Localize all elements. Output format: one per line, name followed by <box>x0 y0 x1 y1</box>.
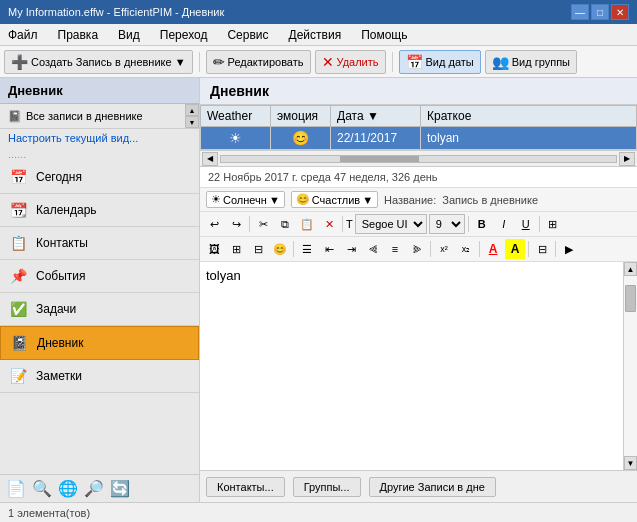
sidebar-item-contacts[interactable]: 📋 Контакты <box>0 227 199 260</box>
subscript-btn[interactable]: x₂ <box>456 239 476 259</box>
sidebar-item-calendar[interactable]: 📆 Календарь <box>0 194 199 227</box>
cell-brief: tolyan <box>421 127 637 150</box>
align-right-btn[interactable]: ⫸ <box>407 239 427 259</box>
col-brief[interactable]: Краткое <box>421 106 637 127</box>
font-size-select[interactable]: 9 <box>429 214 465 234</box>
sidebar-item-diary[interactable]: 📓 Дневник <box>0 326 199 360</box>
sidebar-find-icon[interactable]: 🔎 <box>84 479 104 498</box>
font-name-select[interactable]: Segoe UI <box>355 214 427 234</box>
image-btn[interactable]: 🖼 <box>204 239 224 259</box>
main-toolbar: ➕ Создать Запись в дневнике ▼ ✏ Редактир… <box>0 46 637 78</box>
horizontal-scrollbar[interactable]: ◀ ▶ <box>200 151 637 167</box>
plus-icon: ➕ <box>11 54 28 70</box>
undo-button[interactable]: ↩ <box>204 214 224 234</box>
menu-actions[interactable]: Действия <box>285 26 346 44</box>
editor-scroll-track[interactable] <box>624 276 637 456</box>
redo-button[interactable]: ↪ <box>226 214 246 234</box>
superscript-btn[interactable]: x² <box>434 239 454 259</box>
all-entries-scroll-down[interactable]: ▼ <box>185 116 199 128</box>
create-dropdown-icon[interactable]: ▼ <box>175 56 186 68</box>
emoji-btn[interactable]: 😊 <box>270 239 290 259</box>
configure-view[interactable]: Настроить текущий вид... <box>0 129 199 147</box>
content-header: Дневник <box>200 78 637 105</box>
bg-color-btn[interactable]: A <box>505 239 525 259</box>
diary-icon: 📓 <box>9 333 29 353</box>
underline-button[interactable]: U <box>516 214 536 234</box>
create-entry-label: Создать Запись в дневнике <box>31 56 172 68</box>
group-icon: 👥 <box>492 54 509 70</box>
clear-button[interactable]: ✕ <box>319 214 339 234</box>
sidebar-globe-icon[interactable]: 🌐 <box>58 479 78 498</box>
scroll-track[interactable] <box>220 155 617 163</box>
sidebar-item-notes[interactable]: 📝 Заметки <box>0 360 199 393</box>
indent-btn[interactable]: ⇥ <box>341 239 361 259</box>
groups-button[interactable]: Группы... <box>293 477 361 497</box>
align-center-btn[interactable]: ≡ <box>385 239 405 259</box>
special-btn[interactable]: ⊟ <box>248 239 268 259</box>
sidebar-search-icon[interactable]: 🔍 <box>32 479 52 498</box>
titlebar: My Information.effw - EfficientPIM - Дне… <box>0 0 637 24</box>
diary-table-wrapper: Weather эмоция Дата ▼ Краткое ☀ 😊 22/11/… <box>200 105 637 151</box>
copy-button[interactable]: ⧉ <box>275 214 295 234</box>
menu-edit[interactable]: Правка <box>54 26 103 44</box>
scroll-left-btn[interactable]: ◀ <box>202 152 218 166</box>
close-button[interactable]: ✕ <box>611 4 629 20</box>
maximize-button[interactable]: □ <box>591 4 609 20</box>
italic-button[interactable]: I <box>494 214 514 234</box>
contacts-button[interactable]: Контакты... <box>206 477 285 497</box>
cut-button[interactable]: ✂ <box>253 214 273 234</box>
bullet-btn[interactable]: ☰ <box>297 239 317 259</box>
delete-icon: ✕ <box>322 54 334 70</box>
tasks-icon: ✅ <box>8 299 28 319</box>
diary-table: Weather эмоция Дата ▼ Краткое ☀ 😊 22/11/… <box>200 105 637 150</box>
all-entries-scroll-up[interactable]: ▲ <box>185 104 199 116</box>
table-row[interactable]: ☀ 😊 22/11/2017 tolyan <box>201 127 637 150</box>
menu-help[interactable]: Помощь <box>357 26 411 44</box>
sidebar-new-icon[interactable]: 📄 <box>6 479 26 498</box>
bold-button[interactable]: B <box>472 214 492 234</box>
menu-view[interactable]: Вид <box>114 26 144 44</box>
menu-file[interactable]: Файл <box>4 26 42 44</box>
view-group-button[interactable]: 👥 Вид группы <box>485 50 577 74</box>
menu-navigate[interactable]: Переход <box>156 26 212 44</box>
align-left-btn[interactable]: ⫷ <box>363 239 383 259</box>
edit-button[interactable]: ✏ Редактировать <box>206 50 311 74</box>
separator-1 <box>199 52 200 72</box>
editor-text: tolyan <box>206 268 241 283</box>
col-date[interactable]: Дата ▼ <box>331 106 421 127</box>
format-toolbar-1: ↩ ↪ ✂ ⧉ 📋 ✕ T Segoe UI 9 B I U ⊞ <box>200 212 637 237</box>
sidebar-item-today[interactable]: 📅 Сегодня <box>0 161 199 194</box>
sidebar-nav-list: 📅 Сегодня 📆 Календарь 📋 Контакты 📌 Событ… <box>0 161 199 474</box>
mood-icon: 😊 <box>296 193 310 206</box>
weather-label: Солнечн <box>223 194 267 206</box>
menu-service[interactable]: Сервис <box>223 26 272 44</box>
fmt-sep2-1 <box>293 241 294 257</box>
sidebar-item-tasks[interactable]: ✅ Задачи <box>0 293 199 326</box>
paste-button[interactable]: 📋 <box>297 214 317 234</box>
fmt-sep-1 <box>249 216 250 232</box>
table-btn[interactable]: ⊞ <box>226 239 246 259</box>
delete-button[interactable]: ✕ Удалить <box>315 50 386 74</box>
weather-selector[interactable]: ☀ Солнечн ▼ <box>206 191 285 208</box>
sidebar-all-entries[interactable]: 📓 Все записи в дневнике <box>0 104 185 128</box>
other-entries-button[interactable]: Другие Записи в дне <box>369 477 496 497</box>
outdent-btn[interactable]: ⇤ <box>319 239 339 259</box>
create-entry-button[interactable]: ➕ Создать Запись в дневнике ▼ <box>4 50 193 74</box>
date-info: 22 Ноябрь 2017 г. среда 47 неделя, 326 д… <box>200 167 637 188</box>
font-color-btn[interactable]: A <box>483 239 503 259</box>
sidebar-refresh-icon[interactable]: 🔄 <box>110 479 130 498</box>
sidebar-item-events[interactable]: 📌 События <box>0 260 199 293</box>
table2-btn[interactable]: ⊟ <box>532 239 552 259</box>
scroll-right-btn[interactable]: ▶ <box>619 152 635 166</box>
col-weather[interactable]: Weather <box>201 106 271 127</box>
expand2-btn[interactable]: ▶ <box>559 239 579 259</box>
col-emotion[interactable]: эмоция <box>271 106 331 127</box>
editor-scroll-up[interactable]: ▲ <box>624 262 637 276</box>
editor-text-area[interactable]: tolyan <box>200 262 623 289</box>
editor-scroll-down[interactable]: ▼ <box>624 456 637 470</box>
view-date-button[interactable]: 📅 Вид даты <box>399 50 481 74</box>
minimize-button[interactable]: — <box>571 4 589 20</box>
editor-content[interactable]: tolyan <box>200 262 623 470</box>
expand-btn[interactable]: ⊞ <box>543 214 563 234</box>
mood-selector[interactable]: 😊 Счастлив ▼ <box>291 191 378 208</box>
